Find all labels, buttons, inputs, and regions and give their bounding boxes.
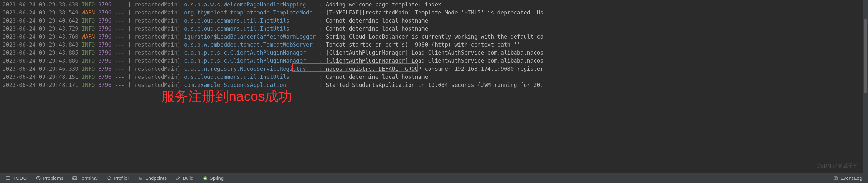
log-line: 2023-06-24 09:29:43.729 INFO 3796 --- [ … — [3, 25, 865, 33]
menu-icon — [6, 176, 11, 181]
log-line: 2023-06-24 09:29:43.760 WARN 3796 --- [ … — [3, 33, 865, 41]
spring-button[interactable]: Spring — [198, 174, 228, 182]
todo-label: TODO — [13, 175, 27, 181]
todo-button[interactable]: TODO — [1, 174, 31, 182]
problems-label: Problems — [43, 175, 63, 181]
log-line: 2023-06-24 09:29:43.885 INFO 3796 --- [ … — [3, 49, 865, 57]
build-label: Build — [183, 175, 193, 181]
log-line: 2023-06-24 09:29:38.430 INFO 3796 --- [ … — [3, 1, 865, 9]
endpoints-icon — [138, 176, 144, 181]
terminal-icon — [72, 176, 77, 181]
log-line: 2023-06-24 09:29:48.171 INFO 3796 --- [ … — [3, 81, 865, 89]
log-output: 2023-06-24 09:29:38.430 INFO 3796 --- [ … — [0, 0, 868, 90]
log-line: 2023-06-24 09:29:46.339 INFO 3796 --- [ … — [3, 65, 865, 73]
eventlog-icon — [833, 176, 838, 181]
eventlog-label: Event Log — [840, 175, 862, 181]
build-icon — [176, 176, 181, 181]
terminal-label: Terminal — [79, 175, 98, 181]
annotation-text: 服务注册到nacos成功 — [161, 87, 292, 106]
eventlog-button[interactable]: Event Log — [829, 174, 867, 182]
log-line: 2023-06-24 09:29:43.886 INFO 3796 --- [ … — [3, 57, 865, 65]
spring-label: Spring — [210, 175, 224, 181]
log-line: 2023-06-24 09:29:43.843 INFO 3796 --- [ … — [3, 41, 865, 49]
problems-button[interactable]: Problems — [31, 174, 68, 182]
watermark: CSDN @名威子时 — [816, 163, 858, 170]
endpoints-button[interactable]: Endpoints — [134, 174, 172, 182]
terminal-button[interactable]: Terminal — [68, 174, 102, 182]
svg-rect-1 — [73, 177, 77, 180]
profiler-icon — [107, 176, 112, 181]
build-button[interactable]: Build — [171, 174, 198, 182]
log-line: 2023-06-24 09:29:40.642 INFO 3796 --- [ … — [3, 17, 865, 25]
log-line: 2023-06-24 09:29:48.151 INFO 3796 --- [ … — [3, 73, 865, 81]
warning-icon — [36, 176, 41, 181]
profiler-label: Profiler — [114, 175, 129, 181]
svg-point-3 — [203, 176, 207, 180]
scrollbar-thumb[interactable] — [864, 19, 867, 93]
spring-icon — [203, 176, 208, 181]
log-line: 2023-06-24 09:29:38.549 WARN 3796 --- [ … — [3, 9, 865, 17]
scrollbar-track[interactable] — [864, 0, 868, 173]
endpoints-label: Endpoints — [145, 175, 167, 181]
bottom-toolbar: TODO Problems Terminal Profiler Endpoint… — [0, 173, 868, 183]
profiler-button[interactable]: Profiler — [102, 174, 134, 182]
